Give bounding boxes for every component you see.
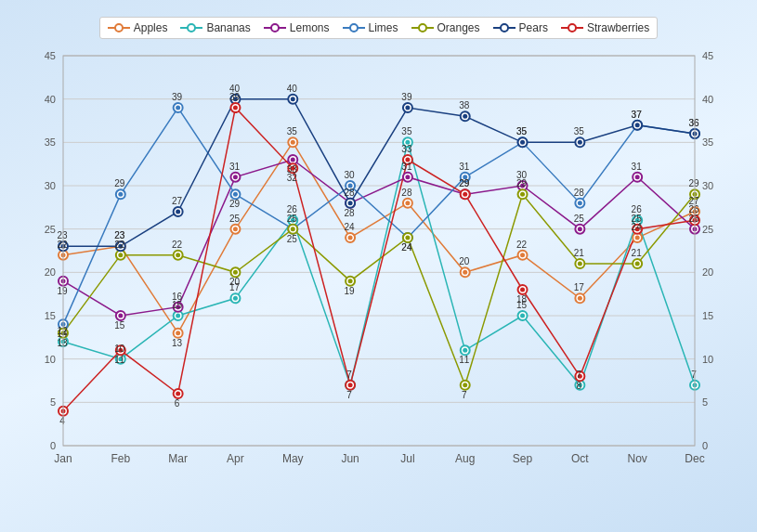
svg-text:45: 45 xyxy=(702,50,713,61)
svg-text:28: 28 xyxy=(573,188,584,198)
legend-item-apples: Apples xyxy=(108,21,168,34)
svg-point-126 xyxy=(634,175,639,179)
svg-text:8: 8 xyxy=(576,381,581,391)
svg-text:40: 40 xyxy=(286,84,297,94)
svg-point-98 xyxy=(520,314,525,318)
svg-point-192 xyxy=(463,114,467,119)
svg-text:5: 5 xyxy=(702,396,708,408)
svg-point-108 xyxy=(118,314,123,318)
svg-text:37: 37 xyxy=(631,110,642,120)
svg-text:36: 36 xyxy=(688,118,699,128)
svg-point-112 xyxy=(232,175,237,179)
svg-text:39: 39 xyxy=(401,92,412,102)
svg-text:35: 35 xyxy=(401,126,412,136)
svg-point-194 xyxy=(520,140,525,145)
svg-point-132 xyxy=(118,192,123,197)
chart-container: Apples Bananas Lemons Limes Oranges Pear… xyxy=(0,0,757,532)
svg-text:6: 6 xyxy=(174,398,179,409)
svg-point-196 xyxy=(577,140,581,145)
svg-text:25: 25 xyxy=(631,214,642,224)
svg-point-72 xyxy=(463,270,467,275)
svg-text:15: 15 xyxy=(114,320,125,331)
svg-text:Sep: Sep xyxy=(512,452,532,465)
svg-text:10: 10 xyxy=(702,354,713,365)
svg-point-172 xyxy=(577,262,581,266)
svg-text:35: 35 xyxy=(702,136,713,148)
svg-text:25: 25 xyxy=(286,234,297,244)
svg-text:31: 31 xyxy=(631,162,642,172)
svg-text:Mar: Mar xyxy=(168,452,188,465)
svg-text:30: 30 xyxy=(702,180,713,191)
svg-text:7: 7 xyxy=(576,370,581,380)
svg-text:30: 30 xyxy=(344,170,355,180)
svg-text:25: 25 xyxy=(573,214,584,224)
svg-text:28: 28 xyxy=(344,188,355,198)
svg-text:24: 24 xyxy=(344,222,355,232)
svg-text:May: May xyxy=(281,452,303,465)
svg-text:28: 28 xyxy=(401,188,412,198)
svg-point-208 xyxy=(232,106,237,110)
svg-text:25: 25 xyxy=(228,214,240,224)
svg-text:23: 23 xyxy=(57,230,68,240)
svg-text:Aug: Aug xyxy=(455,452,475,465)
svg-point-148 xyxy=(577,201,581,205)
svg-text:29: 29 xyxy=(459,178,470,188)
svg-text:Jul: Jul xyxy=(400,452,414,465)
svg-point-88 xyxy=(232,296,237,301)
svg-text:5: 5 xyxy=(49,396,55,408)
svg-text:10: 10 xyxy=(114,344,125,354)
svg-point-206 xyxy=(176,392,180,396)
svg-point-162 xyxy=(290,227,294,231)
svg-point-86 xyxy=(176,314,180,318)
svg-rect-309 xyxy=(63,56,695,446)
svg-text:25: 25 xyxy=(44,224,55,235)
svg-point-66 xyxy=(290,140,294,145)
svg-text:Oct: Oct xyxy=(571,452,589,465)
svg-point-11 xyxy=(501,24,508,32)
svg-text:29: 29 xyxy=(688,178,699,188)
svg-text:4: 4 xyxy=(59,416,65,426)
svg-text:Jun: Jun xyxy=(341,452,359,465)
svg-text:29: 29 xyxy=(114,178,125,188)
svg-point-174 xyxy=(634,262,639,266)
chart-legend: Apples Bananas Lemons Limes Oranges Pear… xyxy=(99,17,659,39)
svg-text:20: 20 xyxy=(459,256,470,266)
svg-text:20: 20 xyxy=(228,277,240,287)
line-chart: 051015202530354045 051015202530354045 Ja… xyxy=(17,46,741,474)
svg-text:15: 15 xyxy=(44,310,55,321)
legend-item-strawberries: Strawberries xyxy=(561,21,649,34)
svg-text:20: 20 xyxy=(702,266,713,278)
svg-text:0: 0 xyxy=(702,440,708,451)
svg-text:20: 20 xyxy=(44,266,55,278)
svg-point-190 xyxy=(405,106,410,110)
svg-point-170 xyxy=(520,192,525,197)
svg-text:13: 13 xyxy=(57,338,68,348)
svg-point-166 xyxy=(405,236,410,240)
svg-point-74 xyxy=(520,253,525,257)
svg-text:24: 24 xyxy=(401,242,412,253)
svg-point-64 xyxy=(232,227,237,231)
legend-item-bananas: Bananas xyxy=(180,21,250,34)
svg-point-218 xyxy=(520,288,525,292)
svg-point-212 xyxy=(347,383,352,387)
svg-text:Jan: Jan xyxy=(54,452,72,465)
svg-point-186 xyxy=(290,97,294,101)
svg-text:7: 7 xyxy=(346,390,352,400)
svg-text:Feb: Feb xyxy=(111,452,130,465)
svg-point-216 xyxy=(463,192,467,197)
svg-text:30: 30 xyxy=(44,180,55,191)
svg-text:7: 7 xyxy=(461,390,466,400)
svg-point-158 xyxy=(176,253,180,257)
legend-item-pears: Pears xyxy=(493,21,548,34)
svg-text:33: 33 xyxy=(401,144,412,154)
svg-point-164 xyxy=(347,279,352,283)
svg-point-76 xyxy=(577,296,581,301)
svg-point-78 xyxy=(634,236,639,240)
svg-text:31: 31 xyxy=(228,162,240,172)
svg-point-68 xyxy=(347,236,352,240)
svg-text:Nov: Nov xyxy=(627,452,646,465)
svg-text:25: 25 xyxy=(702,224,713,235)
svg-text:13: 13 xyxy=(172,338,183,348)
svg-text:10: 10 xyxy=(44,354,55,365)
svg-text:7: 7 xyxy=(691,370,697,380)
